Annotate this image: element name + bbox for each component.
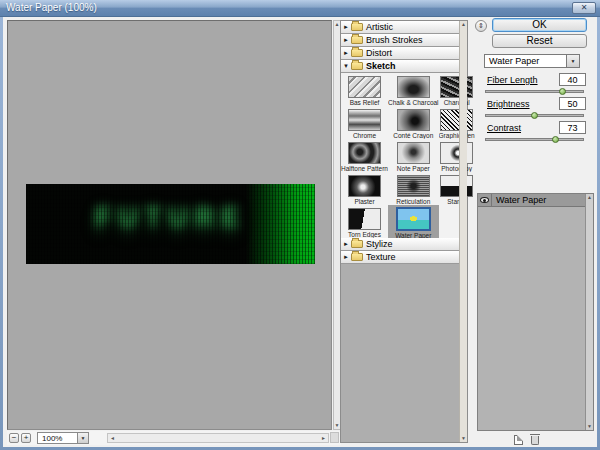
preview-image: FUTURE: [26, 184, 315, 264]
contrast-label[interactable]: Contrast: [487, 123, 521, 133]
panel-collapse-button[interactable]: ⇕: [475, 20, 487, 32]
filter-thumbnail-image: [440, 76, 473, 98]
filter-thumbnail-image: [348, 175, 381, 197]
filter-thumbnail-image: [397, 76, 430, 98]
filter-thumbnail-image: [397, 109, 430, 131]
brightness-slider-track[interactable]: [485, 114, 584, 117]
zoom-out-button[interactable]: −: [9, 433, 19, 443]
folder-icon: [351, 253, 363, 261]
effect-layers-scrollbar[interactable]: ▲ ▼: [585, 194, 593, 430]
layer-visibility-cell[interactable]: [478, 194, 492, 207]
folder-open-icon: [351, 62, 363, 70]
filter-thumbnail-image: [348, 142, 381, 164]
brightness-slider-thumb[interactable]: [531, 112, 538, 119]
filter-thumbnail-image: [397, 175, 430, 197]
contrast-input[interactable]: [559, 121, 586, 134]
zoom-in-icon: +: [24, 433, 29, 442]
filter-thumbnail-image: [348, 208, 381, 230]
filter-thumb-label: Plaster: [341, 198, 388, 205]
fiber-length-slider-thumb[interactable]: [559, 88, 566, 95]
category-artistic[interactable]: ► Artistic: [341, 21, 459, 34]
filter-thumb-reticulation[interactable]: Reticulation: [388, 172, 439, 205]
ok-button[interactable]: OK: [492, 18, 587, 32]
filter-thumbnail-image: [440, 109, 473, 131]
category-stylize[interactable]: ► Stylize: [341, 238, 459, 251]
chevron-right-icon[interactable]: ►: [341, 241, 351, 247]
filter-thumb-bas-relief[interactable]: Bas Relief: [341, 73, 388, 106]
sketch-filter-grid: Bas Relief Chalk & Charcoal Charcoal Chr…: [341, 73, 459, 238]
contrast-slider-track[interactable]: [485, 138, 584, 141]
category-label: Distort: [366, 48, 392, 58]
scroll-right-icon[interactable]: ►: [321, 435, 326, 442]
contrast-slider-group: Contrast: [480, 123, 588, 145]
brightness-input[interactable]: [559, 97, 586, 110]
effect-layer-actions: [514, 435, 554, 446]
filter-thumb-label: Torn Edges: [341, 231, 388, 238]
zoom-dropdown-arrow-icon[interactable]: ▼: [77, 433, 88, 443]
category-label: Artistic: [366, 22, 393, 32]
filter-thumb-chrome[interactable]: Chrome: [341, 106, 388, 139]
filter-thumb-chalk-charcoal[interactable]: Chalk & Charcoal: [388, 73, 439, 106]
preview-canvas[interactable]: FUTURE: [7, 20, 332, 430]
category-texture[interactable]: ► Texture: [341, 251, 459, 264]
scroll-down-icon[interactable]: ▼: [586, 423, 593, 430]
effect-layer-row-water-paper[interactable]: Water Paper: [478, 194, 586, 207]
chevron-down-icon[interactable]: ▼: [341, 63, 351, 69]
dropdown-arrow-icon[interactable]: ▼: [566, 55, 579, 67]
contrast-slider-thumb[interactable]: [552, 136, 559, 143]
scroll-up-icon[interactable]: ▲: [460, 21, 467, 28]
category-distort[interactable]: ► Distort: [341, 47, 459, 60]
chevron-right-icon[interactable]: ►: [341, 37, 351, 43]
scroll-left-icon[interactable]: ◄: [110, 435, 115, 442]
fiber-length-slider-group: Fiber Length: [480, 75, 588, 97]
fiber-length-label[interactable]: Fiber Length: [487, 75, 538, 85]
filter-thumb-halftone-pattern[interactable]: Halftone Pattern: [341, 139, 388, 172]
filter-thumbnail-image: [440, 175, 473, 197]
close-button[interactable]: ✕: [572, 2, 596, 14]
scroll-up-icon[interactable]: ▲: [586, 194, 593, 201]
settings-pane: ⇕ OK Reset Water Paper ▼ Fiber Length Br…: [470, 17, 597, 443]
filter-thumb-torn-edges[interactable]: Torn Edges: [341, 205, 388, 238]
filter-list-pane: ► Artistic ► Brush Strokes ► Distort ▼ S…: [340, 20, 468, 443]
filter-thumb-conte-crayon[interactable]: Conté Crayon: [388, 106, 439, 139]
filter-thumb-label: Bas Relief: [341, 99, 388, 106]
preview-horizontal-scrollbar[interactable]: ◄ ►: [107, 433, 329, 443]
chevron-right-icon[interactable]: ►: [341, 50, 351, 56]
fiber-length-slider-track[interactable]: [485, 90, 584, 93]
chevron-right-icon[interactable]: ►: [341, 254, 351, 260]
filter-thumb-plaster[interactable]: Plaster: [341, 172, 388, 205]
category-label: Brush Strokes: [366, 35, 423, 45]
filter-list-empty-area: [341, 264, 459, 442]
filter-thumbnail-image: [348, 76, 381, 98]
brightness-label[interactable]: Brightness: [487, 99, 530, 109]
filter-thumb-label: Chalk & Charcoal: [388, 99, 439, 106]
fiber-length-input[interactable]: [559, 73, 586, 86]
dialog-body: FUTURE ▲ ▼ − + 100% ▼ ◄ ►: [3, 17, 597, 447]
zoom-level-dropdown[interactable]: 100% ▼: [37, 432, 89, 444]
filter-thumb-label: Halftone Pattern: [341, 165, 388, 172]
filter-list-scrollbar[interactable]: ▲ ▼: [459, 21, 467, 442]
filter-gallery-dialog: Water Paper (100%) ✕ FUTURE ▲ ▼ − +: [0, 0, 600, 450]
zoom-in-button[interactable]: +: [21, 433, 31, 443]
filter-thumb-label: Reticulation: [388, 198, 439, 205]
reset-button[interactable]: Reset: [492, 34, 587, 48]
folder-icon: [351, 23, 363, 31]
filter-thumb-water-paper-selected[interactable]: Water Paper: [388, 205, 439, 238]
zoom-level-value: 100%: [42, 434, 62, 443]
filter-select-value: Water Paper: [489, 56, 539, 66]
scrollbar-corner: [330, 432, 339, 443]
delete-effect-layer-icon[interactable]: [531, 436, 539, 445]
filter-thumb-note-paper[interactable]: Note Paper: [388, 139, 439, 172]
category-brush-strokes[interactable]: ► Brush Strokes: [341, 34, 459, 47]
window-title: Water Paper (100%): [6, 2, 97, 13]
title-bar[interactable]: Water Paper (100%) ✕: [0, 0, 600, 17]
eye-icon[interactable]: [480, 197, 489, 203]
filter-thumbnail-image: [348, 109, 381, 131]
filter-select-dropdown[interactable]: Water Paper ▼: [484, 54, 580, 68]
new-effect-layer-icon[interactable]: [514, 435, 523, 445]
folder-icon: [351, 240, 363, 248]
chevron-right-icon[interactable]: ►: [341, 24, 351, 30]
category-sketch[interactable]: ▼ Sketch: [341, 60, 459, 73]
scroll-down-icon[interactable]: ▼: [460, 435, 467, 442]
filter-thumb-label: Conté Crayon: [388, 132, 439, 139]
